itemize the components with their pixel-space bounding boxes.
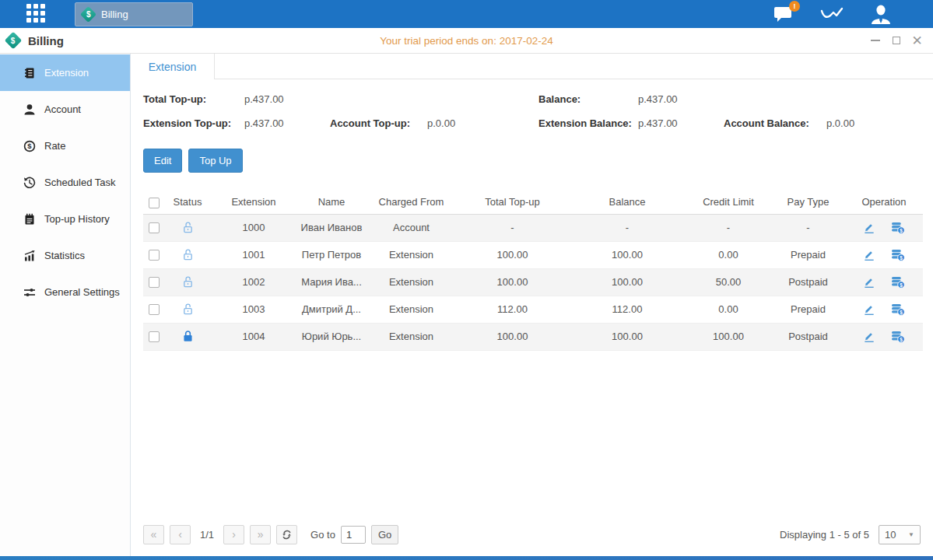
page-size-select[interactable]: 10 ▼ (879, 525, 921, 544)
edit-row-icon[interactable] (863, 303, 875, 316)
topup-row-icon[interactable]: $ (891, 331, 905, 343)
goto-label: Go to (310, 529, 335, 541)
goto-page-input[interactable] (341, 526, 366, 544)
cell-pay-type: - (771, 214, 845, 241)
cell-total-topup: - (456, 214, 569, 241)
edit-row-icon[interactable] (863, 276, 875, 289)
topup-row-icon[interactable]: $ (891, 303, 905, 316)
sidebar-item-rate[interactable]: $ Rate (0, 128, 130, 164)
prev-page-button[interactable]: ‹ (170, 525, 191, 544)
general-settings-icon (23, 286, 36, 299)
extension-table: Status Extension Name Charged From Total… (143, 191, 923, 351)
edit-row-icon[interactable] (863, 331, 875, 343)
balance-label: Balance: (538, 93, 638, 105)
taskbar: $ Billing ! (0, 0, 933, 28)
cell-extension: 1000 (211, 214, 296, 241)
edit-button[interactable]: Edit (143, 149, 182, 173)
cell-credit-limit: 100.00 (686, 323, 771, 350)
table-row: 1004 Юрий Юрь... Extension 100.00 100.00… (143, 323, 923, 350)
topup-history-icon (23, 213, 36, 226)
extension-topup-label: Extension Top-up: (143, 117, 244, 129)
page-indicator: 1/1 (200, 529, 214, 541)
row-checkbox[interactable] (149, 304, 160, 315)
svg-text:$: $ (900, 227, 903, 233)
sidebar-label-scheduled-task: Scheduled Task (44, 177, 116, 188)
table-row: 1000 Иван Иванов Account - - - - $ (143, 214, 923, 241)
app-menu-icon[interactable] (26, 4, 47, 24)
cell-name: Иван Иванов (296, 214, 367, 241)
taskbar-app-label: Billing (101, 9, 128, 20)
account-balance-value: p.0.00 (826, 117, 921, 129)
svg-text:$: $ (900, 309, 903, 315)
cell-charged-from: Account (367, 214, 456, 241)
resource-monitor-icon[interactable] (820, 5, 844, 23)
svg-text:$: $ (900, 254, 903, 261)
header-total-topup: Total Top-up (456, 191, 569, 214)
extension-balance-value: p.437.00 (638, 117, 724, 129)
sidebar-item-account[interactable]: Account (0, 91, 130, 128)
top-up-button[interactable]: Top Up (188, 149, 242, 173)
status-lock-icon (164, 214, 211, 241)
go-button[interactable]: Go (371, 525, 398, 544)
minimize-button[interactable] (870, 36, 880, 46)
cell-charged-from: Extension (367, 323, 456, 350)
notifications-icon[interactable]: ! (773, 5, 794, 23)
refresh-icon (282, 530, 292, 540)
extension-balance-label: Extension Balance: (538, 117, 638, 129)
rate-icon: $ (23, 140, 36, 152)
maximize-button[interactable] (891, 36, 901, 46)
last-page-button[interactable]: » (250, 525, 271, 544)
cell-extension: 1004 (211, 323, 296, 350)
svg-text:$: $ (900, 336, 903, 342)
select-all-checkbox[interactable] (149, 198, 160, 208)
trial-period-message: Your trial period ends on: 2017-02-24 (0, 35, 933, 47)
billing-window-icon: $ (5, 32, 23, 50)
cell-pay-type: Postpaid (771, 323, 845, 350)
user-account-icon[interactable] (869, 5, 893, 24)
sidebar-item-scheduled-task[interactable]: Scheduled Task (0, 164, 130, 201)
taskbar-billing-app[interactable]: $ Billing (75, 2, 193, 26)
topup-row-icon[interactable]: $ (891, 249, 905, 261)
row-checkbox[interactable] (149, 250, 160, 261)
status-lock-icon (164, 268, 211, 296)
refresh-button[interactable] (276, 525, 297, 544)
topup-row-icon[interactable]: $ (891, 276, 905, 289)
sidebar-item-general-settings[interactable]: General Settings (0, 274, 130, 310)
sidebar-item-topup-history[interactable]: Top-up History (0, 201, 130, 237)
sidebar-label-rate: Rate (44, 140, 65, 152)
total-topup-label: Total Top-up: (143, 93, 244, 105)
header-name: Name (296, 191, 367, 214)
account-topup-label: Account Top-up: (330, 117, 427, 129)
cell-pay-type: Postpaid (771, 268, 845, 296)
edit-row-icon[interactable] (863, 222, 875, 234)
sidebar-item-extension[interactable]: Extension (0, 54, 130, 91)
cell-charged-from: Extension (367, 296, 456, 323)
row-checkbox[interactable] (149, 222, 160, 233)
tab-extension[interactable]: Extension (131, 54, 215, 79)
cell-pay-type: Prepaid (771, 241, 845, 268)
topup-row-icon[interactable]: $ (891, 222, 905, 234)
pagination-bar: « ‹ 1/1 › » Go to Go Displaying (143, 517, 921, 556)
next-page-button[interactable]: › (223, 525, 244, 544)
status-lock-icon (164, 296, 211, 323)
sidebar-label-general-settings: General Settings (44, 286, 120, 298)
header-operation: Operation (845, 191, 923, 214)
first-page-button[interactable]: « (143, 525, 164, 544)
account-icon (23, 103, 36, 116)
close-button[interactable]: ✕ (912, 36, 922, 46)
cell-credit-limit: 0.00 (686, 296, 771, 323)
tab-strip: Extension (131, 54, 933, 79)
cell-total-topup: 100.00 (456, 323, 569, 350)
desktop-edge (0, 556, 933, 560)
extension-icon (23, 67, 36, 79)
edit-row-icon[interactable] (863, 249, 875, 261)
sidebar-item-statistics[interactable]: Statistics (0, 237, 130, 274)
row-checkbox[interactable] (149, 277, 160, 288)
summary-section: Total Top-up: p.437.00 Extension Top-up:… (143, 93, 921, 129)
cell-name: Дмитрий Д... (296, 296, 367, 323)
cell-extension: 1003 (211, 296, 296, 323)
page-size-value: 10 (885, 529, 908, 541)
status-lock-icon (164, 241, 211, 268)
sidebar-label-account: Account (44, 103, 81, 115)
row-checkbox[interactable] (149, 331, 160, 342)
